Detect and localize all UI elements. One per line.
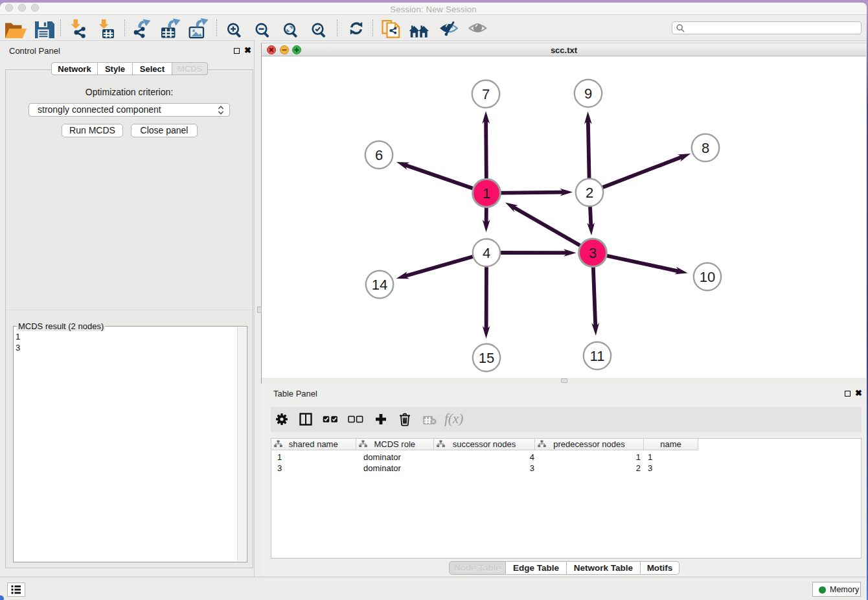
svg-text:6: 6 [375, 147, 383, 163]
svg-text:8: 8 [702, 140, 709, 156]
svg-text:7: 7 [482, 86, 490, 102]
svg-text:3: 3 [589, 245, 597, 261]
svg-text:9: 9 [584, 86, 592, 102]
svg-text:15: 15 [479, 350, 494, 366]
svg-text:2: 2 [586, 185, 593, 201]
svg-text:4: 4 [483, 245, 490, 261]
svg-text:14: 14 [372, 277, 387, 293]
svg-text:11: 11 [590, 348, 605, 364]
svg-text:1: 1 [483, 185, 490, 202]
svg-text:10: 10 [700, 269, 715, 285]
